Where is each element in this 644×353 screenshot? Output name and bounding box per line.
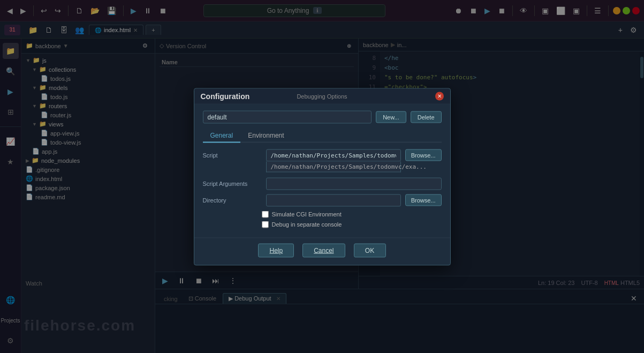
modal-footer: Help Cancel OK [194, 237, 450, 265]
config-row: default New... Delete [203, 110, 442, 123]
script-label: Script [203, 152, 262, 159]
ok-btn[interactable]: OK [354, 243, 386, 257]
modal-tab-environment[interactable]: Environment [240, 129, 291, 142]
debug-console-checkbox[interactable] [262, 221, 269, 228]
modal-subtitle: Debugging Options [297, 93, 347, 99]
script-input[interactable] [266, 149, 401, 161]
modal-tab-general[interactable]: General [203, 129, 241, 142]
directory-row: Directory Browse... [203, 194, 442, 206]
modal-close-btn[interactable]: ✕ [435, 92, 444, 100]
cancel-btn[interactable]: Cancel [302, 243, 345, 257]
debug-console-row: Debug in separate console [203, 221, 442, 228]
directory-browse-btn[interactable]: Browse... [405, 194, 442, 206]
general-tab-content: Script /home/nathan/Projects/Samples/tod… [203, 149, 442, 228]
script-args-row: Script Arguments [203, 177, 442, 190]
directory-input[interactable] [266, 194, 401, 206]
modal-tabs: General Environment [203, 129, 442, 142]
script-input-wrapper: /home/nathan/Projects/Samples/todomvc/ex… [266, 149, 401, 161]
script-browse-btn[interactable]: Browse... [405, 149, 442, 161]
simulate-cgi-checkbox[interactable] [262, 211, 269, 217]
delete-config-btn[interactable]: Delete [411, 111, 442, 123]
help-btn[interactable]: Help [258, 243, 294, 257]
directory-label: Directory [203, 197, 262, 204]
simulate-cgi-row: Simulate CGI Environment [203, 211, 442, 217]
simulate-cgi-label: Simulate CGI Environment [272, 211, 342, 217]
script-dropdown: /home/nathan/Projects/Samples/todomvc/ex… [266, 161, 401, 172]
new-config-btn[interactable]: New... [376, 111, 406, 123]
script-args-input[interactable] [266, 177, 442, 190]
modal-titlebar: Configuration Debugging Options ✕ [194, 88, 450, 104]
debug-console-label: Debug in separate console [272, 221, 342, 228]
script-row: Script /home/nathan/Projects/Samples/tod… [203, 149, 442, 161]
configuration-modal: Configuration Debugging Options ✕ defaul… [194, 88, 451, 265]
modal-body: default New... Delete General Environmen… [194, 104, 450, 237]
script-args-label: Script Arguments [203, 181, 262, 187]
modal-title: Configuration [201, 92, 250, 100]
config-select[interactable]: default [203, 110, 372, 123]
